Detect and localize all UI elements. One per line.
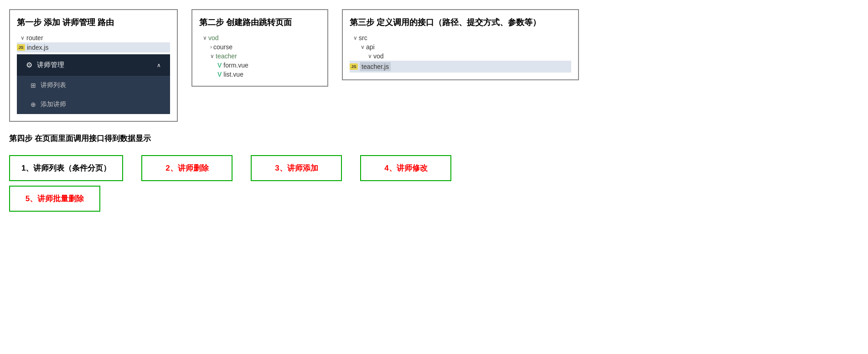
js-icon: JS — [17, 44, 25, 51]
action-label-1: 1、讲师列表（条件分页） — [21, 163, 111, 173]
api-label: api — [366, 43, 375, 51]
course-chevron-icon: › — [210, 44, 212, 50]
action-label-3: 3、讲师添加 — [275, 163, 318, 173]
nav-item-teacher-management[interactable]: ⚙ 讲师管理 ∧ — [17, 54, 170, 76]
tree-item-router: ∨ router — [17, 33, 170, 42]
action-label-2: 2、讲师删除 — [165, 163, 208, 173]
tree-item-list-vue: V list.vue — [199, 70, 320, 79]
step3-title: 第三步 定义调用的接口（路径、提交方式、参数等） — [350, 17, 571, 28]
action-label-4: 4、讲师修改 — [384, 163, 427, 173]
sidebar-nav: ⚙ 讲师管理 ∧ ⊞ 讲师列表 ⊕ 添加讲师 — [17, 54, 170, 114]
tree-item-api: ∨ api — [350, 42, 571, 52]
tree-item-vod-api: ∨ vod — [350, 52, 571, 61]
vod-label: vod — [208, 34, 219, 42]
step3-file-tree: ∨ src ∨ api ∨ vod JS teacher.js — [350, 33, 571, 73]
vue-form-icon: V — [217, 62, 222, 69]
nav-main-label: 讲师管理 — [37, 61, 64, 69]
teacher-chevron-icon: ∨ — [210, 53, 214, 59]
course-label: course — [213, 43, 232, 51]
tree-item-course: › course — [199, 42, 320, 52]
tree-item-index-js: JS index.js — [17, 42, 170, 52]
chevron-down-icon: ∨ — [21, 35, 25, 41]
vod-api-label: vod — [373, 52, 384, 60]
step1-box: 第一步 添加 讲师管理 路由 ∨ router JS index.js ⚙ 讲师… — [9, 9, 178, 122]
teacher-js-label: teacher.js — [360, 62, 391, 71]
js-teacher-icon: JS — [350, 63, 358, 70]
add-user-icon: ⊕ — [31, 101, 36, 108]
vue-list-icon: V — [217, 71, 222, 78]
tree-item-form-vue: V form.vue — [199, 61, 320, 70]
src-chevron-icon: ∨ — [353, 35, 357, 41]
action-item-4[interactable]: 4、讲师修改 — [360, 155, 451, 181]
index-js-label: index.js — [27, 44, 48, 51]
action-label-5: 5、讲师批量删除 — [26, 193, 84, 204]
vod-chevron-icon: ∨ — [203, 35, 207, 41]
vod-api-chevron-icon: ∨ — [368, 53, 372, 59]
step4-title: 第四步 在页面里面调用接口得到数据显示 — [9, 133, 859, 144]
nav-sub1-label: 讲师列表 — [41, 81, 66, 89]
settings-icon: ⚙ — [26, 61, 32, 69]
step3-box: 第三步 定义调用的接口（路径、提交方式、参数等） ∨ src ∨ api ∨ v… — [342, 9, 579, 80]
form-vue-label: form.vue — [223, 62, 248, 69]
grid-icon: ⊞ — [31, 82, 36, 89]
router-folder-label: router — [26, 34, 43, 42]
list-vue-label: list.vue — [223, 71, 243, 78]
api-chevron-icon: ∨ — [361, 44, 365, 50]
nav-sub-item-add-teacher[interactable]: ⊕ 添加讲师 — [17, 95, 170, 114]
src-label: src — [359, 34, 367, 42]
step2-box: 第二步 创建路由跳转页面 ∨ vod › course ∨ teacher — [191, 9, 328, 87]
step1-title: 第一步 添加 讲师管理 路由 — [17, 17, 170, 28]
step2-file-tree: ∨ vod › course ∨ teacher V form.vue — [199, 33, 320, 79]
nav-sub-item-teacher-list[interactable]: ⊞ 讲师列表 — [17, 76, 170, 95]
teacher-label: teacher — [216, 52, 237, 60]
step2-title: 第二步 创建路由跳转页面 — [199, 17, 320, 28]
tree-item-vod: ∨ vod — [199, 33, 320, 42]
step4-section: 第四步 在页面里面调用接口得到数据显示 1、讲师列表（条件分页） 2、讲师删除 … — [9, 133, 859, 212]
action-item-3[interactable]: 3、讲师添加 — [251, 155, 342, 181]
tree-item-src: ∨ src — [350, 33, 571, 42]
step1-file-tree: ∨ router JS index.js — [17, 33, 170, 52]
nav-sub2-label: 添加讲师 — [41, 100, 66, 109]
action-item-1[interactable]: 1、讲师列表（条件分页） — [9, 155, 123, 181]
tree-item-teacher: ∨ teacher — [199, 52, 320, 61]
actions-row-1: 1、讲师列表（条件分页） 2、讲师删除 3、讲师添加 4、讲师修改 — [9, 155, 859, 181]
tree-item-teacher-js: JS teacher.js — [350, 61, 571, 73]
action-item-5[interactable]: 5、讲师批量删除 — [9, 186, 100, 212]
action-item-2[interactable]: 2、讲师删除 — [141, 155, 232, 181]
actions-row-2: 5、讲师批量删除 — [9, 186, 859, 212]
expand-arrow-icon: ∧ — [157, 62, 161, 68]
